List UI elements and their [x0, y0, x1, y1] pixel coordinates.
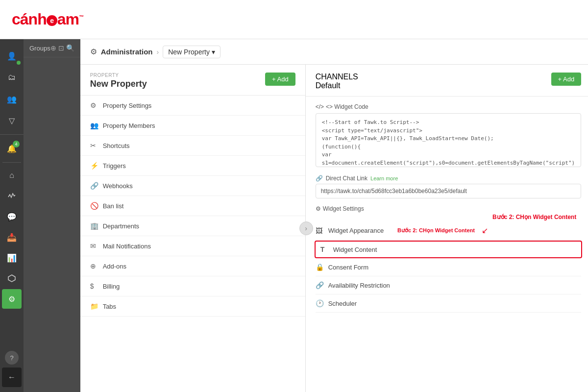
groups-header: Groups ⊕ ⊡ 🔍 [24, 39, 80, 57]
chevron-down-icon: ▾ [212, 48, 215, 56]
annotation-text: Bước 2: CHọn Widget Content [492, 214, 576, 220]
left-panel: PROPERTY New Property + Add ⚙ Property S… [80, 65, 306, 392]
menu-item-triggers[interactable]: ⚡ Triggers [80, 156, 305, 176]
left-panel-add-button[interactable]: + Add [265, 73, 295, 86]
tabs-icon: 📁 [90, 302, 99, 310]
settings-item-availability-restriction[interactable]: 🔗 Availability Restriction [316, 276, 582, 294]
menu-item-tabs[interactable]: 📁 Tabs [80, 296, 305, 317]
menu-item-property-members[interactable]: 👥 Property Members [80, 116, 305, 136]
admin-gear-icon: ⚙ [90, 47, 97, 56]
right-panel-title: Default [316, 81, 358, 90]
panels: PROPERTY New Property + Add ⚙ Property S… [80, 65, 588, 392]
widget-code-label: </> <> Widget Code [316, 103, 582, 110]
widget-settings-section: ⚙ Widget Settings Bước 2: CHọn Widget Co… [316, 205, 582, 313]
people-icon[interactable]: 👥 [2, 89, 22, 109]
menu-item-add-ons[interactable]: ⊕ Add-ons [80, 256, 305, 276]
property-menu-list: ⚙ Property Settings 👥 Property Members ✂… [80, 96, 305, 392]
annotation-inline-text: Bước 2: CHọn Widget Content [397, 227, 475, 234]
webhooks-icon: 🔗 [90, 182, 99, 190]
bar-icon[interactable]: 📊 [2, 248, 22, 268]
widget-settings-label: ⚙ Widget Settings [316, 205, 582, 212]
layers-icon[interactable]: 🗂 [2, 68, 22, 87]
menu-item-departments[interactable]: 🏢 Departments [80, 216, 305, 236]
bell-icon[interactable]: 🔔 4 [2, 139, 22, 158]
ban-list-icon: 🚫 [90, 202, 99, 210]
inbox-icon[interactable]: 📥 [2, 227, 22, 247]
right-panel-content: </> <> Widget Code <!--Start of Tawk.to … [306, 97, 588, 392]
learn-more-link[interactable]: Learn more [370, 175, 398, 181]
right-panel-add-button[interactable]: + Add [551, 73, 582, 86]
activity-icon[interactable] [2, 186, 22, 206]
shortcuts-icon: ✂ [90, 142, 99, 149]
svg-marker-0 [8, 275, 15, 282]
widget-content-icon: T [320, 245, 329, 253]
main-layout: 👤 🗂 👥 ▽ 🔔 4 ⌂ 💬 📥 📊 ⚙ ? ← [0, 39, 588, 392]
breadcrumb-bar: ⚙ Administration › New Property ▾ [80, 39, 588, 65]
left-panel-section-label: PROPERTY [90, 73, 147, 78]
chat-icon[interactable]: 💬 [2, 207, 22, 226]
box-icon[interactable] [2, 269, 22, 288]
menu-item-ban-list[interactable]: 🚫 Ban list [80, 196, 305, 216]
content-area: ⚙ Administration › New Property ▾ PROPER… [80, 39, 588, 392]
left-panel-title: New Property [90, 79, 147, 89]
settings-gear-icon: ⚙ [316, 205, 321, 212]
mail-icon: ✉ [90, 242, 99, 250]
grid-icon[interactable]: ⊡ [58, 44, 64, 52]
code-icon: </> [316, 103, 324, 110]
menu-item-mail-notifications[interactable]: ✉ Mail Notifications [80, 236, 305, 256]
triggers-icon: ⚡ [90, 162, 99, 170]
annotation-arrow: ↙ [482, 226, 488, 235]
annotation: Bước 2: CHọn Widget Content [492, 212, 576, 221]
filter-icon[interactable]: ▽ [2, 111, 22, 130]
direct-chat-link-label: 🔗 Direct Chat Link Learn more [316, 175, 582, 182]
breadcrumb-separator: › [156, 48, 159, 56]
top-bar: cánheam™ [0, 0, 588, 39]
direct-chat-link-section: 🔗 Direct Chat Link Learn more [316, 175, 582, 198]
departments-icon: 🏢 [90, 222, 99, 230]
home-icon[interactable]: ⌂ [2, 166, 22, 185]
search-icon[interactable]: 🔍 [66, 44, 74, 52]
settings-item-widget-appearance[interactable]: 🖼 Widget Appearance Bước 2: CHọn Widget … [316, 221, 582, 241]
menu-item-property-settings[interactable]: ⚙ Property Settings [80, 96, 305, 116]
settings-item-scheduler[interactable]: 🕐 Scheduler [316, 294, 582, 313]
billing-icon: $ [90, 282, 99, 290]
menu-item-webhooks[interactable]: 🔗 Webhooks [80, 176, 305, 196]
settings-list: 🖼 Widget Appearance Bước 2: CHọn Widget … [316, 221, 582, 313]
widget-appearance-icon: 🖼 [316, 227, 324, 235]
groups-title: Groups [29, 45, 50, 52]
add-group-icon[interactable]: ⊕ [50, 44, 56, 52]
notification-badge: 4 [13, 141, 20, 147]
breadcrumb-property-dropdown[interactable]: New Property ▾ [163, 46, 220, 58]
breadcrumb-property-label: New Property [168, 48, 210, 56]
menu-item-shortcuts[interactable]: ✂ Shortcuts [80, 136, 305, 156]
scroll-indicator[interactable]: › [299, 221, 313, 235]
right-panel-section-label: CHANNELS [316, 73, 358, 81]
scheduler-icon: 🕐 [316, 299, 324, 307]
left-panel-header: PROPERTY New Property + Add [80, 65, 305, 95]
direct-chat-link-input[interactable] [316, 184, 582, 198]
availability-icon: 🔗 [316, 281, 324, 289]
menu-item-billing[interactable]: $ Billing [80, 276, 305, 296]
settings-item-widget-content[interactable]: T Widget Content [315, 241, 583, 258]
property-settings-icon: ⚙ [90, 101, 99, 109]
logo: cánheam™ [12, 10, 83, 28]
right-panel-header: CHANNELS Default + Add [306, 65, 588, 96]
help-icon[interactable]: ? [5, 351, 19, 365]
icon-sidebar: 👤 🗂 👥 ▽ 🔔 4 ⌂ 💬 📥 📊 ⚙ ? ← [0, 39, 24, 392]
property-members-icon: 👥 [90, 122, 99, 129]
groups-header-icons: ⊕ ⊡ 🔍 [50, 44, 74, 52]
widget-code-box[interactable]: <!--Start of Tawk.to Script--> <script t… [316, 113, 582, 167]
widget-code-section: </> <> Widget Code <!--Start of Tawk.to … [316, 103, 582, 167]
settings-nav-icon[interactable]: ⚙ [2, 289, 22, 309]
person-icon[interactable]: 👤 [2, 46, 22, 66]
right-panel: CHANNELS Default + Add </> <> Widget Cod… [306, 65, 588, 392]
add-ons-icon: ⊕ [90, 262, 99, 270]
consent-form-icon: 🔒 [316, 263, 324, 271]
link-icon: 🔗 [316, 175, 323, 182]
settings-item-consent-form[interactable]: 🔒 Consent Form [316, 258, 582, 276]
breadcrumb-admin: Administration [101, 48, 153, 56]
groups-sidebar: Groups ⊕ ⊡ 🔍 [24, 39, 80, 392]
back-icon[interactable]: ← [2, 368, 22, 387]
